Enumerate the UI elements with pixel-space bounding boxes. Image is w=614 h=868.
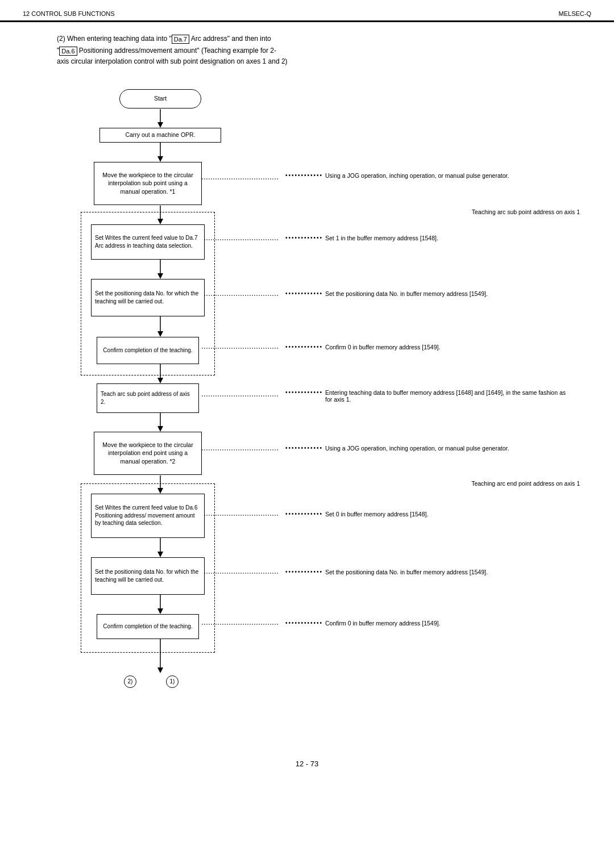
teach-axis2-node: Teach arc sub point address of axis 2. [97,383,199,413]
svg-marker-11 [157,378,163,383]
confirm-1549a-label: •••••••••••• Confirm 0 in buffer memory … [285,344,570,350]
region-label-1: Teaching arc sub point address on axis 1 [307,208,580,215]
move-end-node: Move the workpiece to the circular inter… [94,432,202,475]
da7-box: Da.7 [172,35,189,44]
set-pos-1549b-label: •••••••••••• Set the positioning data No… [285,569,570,575]
intro-line1: (2) When entering teaching data into "Da… [57,34,591,44]
page-number: 12 - 73 [23,760,591,768]
set-da6-node: Set Writes the current feed value to Da.… [91,494,205,538]
chapter-title: 12 CONTROL SUB FUNCTIONS [23,10,115,17]
jog2-label: •••••••••••• Using a JOG operation, inch… [285,445,570,452]
set0-1548-label: •••••••••••• Set 0 in buffer memory addr… [285,511,570,518]
intro-paragraph: (2) When entering teaching data into "Da… [23,34,591,68]
confirm-1549b-label: •••••••••••• Confirm 0 in buffer memory … [285,620,570,627]
intro-text1b: Arc address" and then into [189,35,271,43]
set-arc-node: Set Writes the current feed value to Da.… [91,224,205,260]
product-name: MELSEC-Q [559,10,591,17]
item-number: (2) [57,35,65,43]
intro-line2: "Da.6 Positioning address/movement amoun… [57,45,591,56]
confirm2-node: Confirm completion of the teaching. [97,614,199,639]
intro-line3: axis circular interpolation control with… [57,56,591,67]
region-label-2: Teaching arc end point address on axis 1 [307,480,580,487]
intro-text1: When entering teaching data into " [67,35,172,43]
jog1-label: •••••••••••• Using a JOG operation, inch… [285,172,570,179]
svg-marker-13 [157,426,163,432]
main-content: (2) When entering teaching data into "Da… [0,28,614,791]
set-pos-no2-node: Set the positioning data No. for which t… [91,557,205,595]
svg-marker-3 [157,156,163,162]
set-pos-no1-node: Set the positioning data No. for which t… [91,279,205,316]
move-sub-node: Move the workpiece to the circular inter… [94,162,202,205]
connector-left: 2) [124,675,136,688]
flowchart: Start Carry out a machine OPR. Move the … [34,78,580,748]
page-header: 12 CONTROL SUB FUNCTIONS MELSEC-Q [0,0,614,22]
svg-marker-21 [157,667,163,673]
set1-1548-label: •••••••••••• Set 1 in the buffer memory … [285,235,570,241]
start-node: Start [119,89,201,108]
teach-axis2-note-label: •••••••••••• Entering teaching data to b… [285,389,570,403]
carry-opr-node: Carry out a machine OPR. [99,128,221,143]
confirm1-node: Confirm completion of the teaching. [97,337,199,364]
svg-marker-1 [157,122,163,128]
intro-text2b: Positioning address/movement amount" (Te… [77,47,276,55]
da6-box: Da.6 [59,47,77,56]
set-pos-1549-label: •••••••••••• Set the positioning data No… [285,290,570,297]
connector-right: 1) [166,675,179,688]
